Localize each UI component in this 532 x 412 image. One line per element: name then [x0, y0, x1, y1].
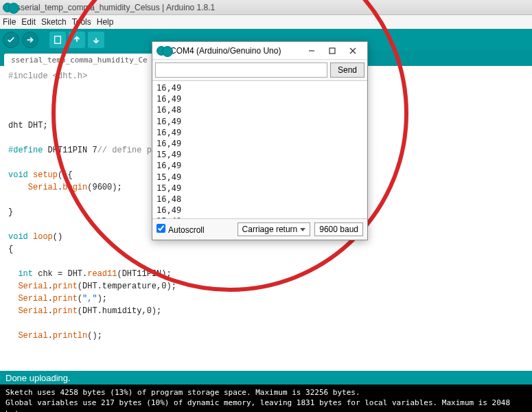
serial-title: COM4 (Arduino/Genuino Uno): [170, 46, 281, 56]
sketch-tab[interactable]: sserial_temp_comma_humidity_Ce×: [4, 54, 163, 67]
menu-sketch[interactable]: Sketch: [41, 17, 67, 27]
maximize-button[interactable]: [322, 44, 343, 58]
menu-edit[interactable]: Edit: [21, 17, 36, 27]
serial-output[interactable]: 16,4916,4916,4816,4916,4916,4915,4916,49…: [152, 81, 367, 218]
serial-send-row: Send: [152, 60, 367, 81]
serial-bottom-bar: Autoscroll Carriage return 9600 baud: [152, 218, 367, 240]
arduino-logo-icon: [157, 46, 166, 56]
serial-monitor-window: COM4 (Arduino/Genuino Uno) Send 16,4916,…: [152, 41, 368, 240]
upload-button[interactable]: [22, 32, 38, 48]
build-console: Sketch uses 4258 bytes (13%) of program …: [0, 385, 532, 412]
tab-label: sserial_temp_comma_humidity_Ce: [11, 56, 148, 65]
svg-rect-0: [55, 36, 61, 44]
menu-tools[interactable]: Tools: [72, 17, 91, 27]
new-button[interactable]: [49, 32, 66, 48]
save-button[interactable]: [88, 32, 104, 48]
baud-select[interactable]: 9600 baud: [314, 222, 363, 236]
arduino-logo-icon: [3, 3, 12, 12]
minimize-button[interactable]: [301, 44, 322, 58]
svg-rect-2: [329, 48, 335, 54]
autoscroll-checkbox-label[interactable]: Autoscroll: [157, 224, 205, 235]
app-title: sserial_temp_comma_humidity_Celsus | Ard…: [16, 3, 215, 12]
menu-bar: File Edit Sketch Tools Help: [0, 15, 532, 29]
status-bar: Done uploading.: [0, 371, 532, 385]
open-button[interactable]: [69, 32, 85, 48]
menu-file[interactable]: File: [3, 17, 16, 27]
app-title-bar: sserial_temp_comma_humidity_Celsus | Ard…: [0, 0, 532, 15]
autoscroll-checkbox[interactable]: [157, 224, 165, 233]
chevron-down-icon: [300, 228, 305, 231]
send-button[interactable]: Send: [330, 62, 365, 78]
serial-title-bar[interactable]: COM4 (Arduino/Genuino Uno): [152, 42, 367, 60]
close-button[interactable]: [343, 44, 363, 58]
verify-button[interactable]: [3, 32, 19, 48]
line-ending-select[interactable]: Carriage return: [238, 222, 311, 236]
serial-input[interactable]: [155, 62, 327, 78]
menu-help[interactable]: Help: [97, 17, 114, 27]
